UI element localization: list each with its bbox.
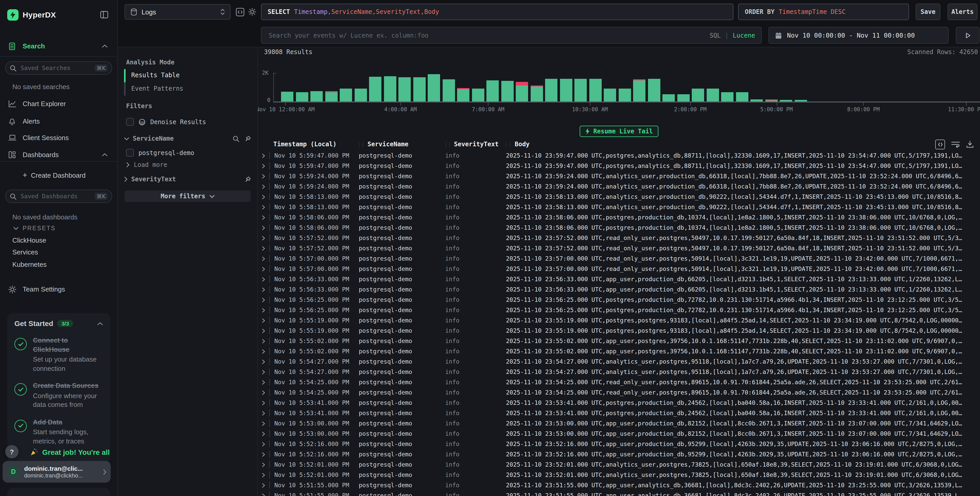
alerts-button[interactable]: Alerts [948, 3, 977, 20]
pin-icon[interactable] [245, 176, 251, 183]
histogram-bar[interactable] [545, 79, 557, 102]
more-filters-button[interactable]: More filters [124, 191, 251, 202]
histogram-bar[interactable] [589, 79, 601, 102]
column-drag-handle[interactable]: ⋮⋮ [504, 141, 511, 147]
sidebar-item-client-sessions[interactable]: Client Sessions [0, 131, 117, 145]
pin-icon[interactable] [245, 135, 251, 142]
table-row[interactable]: Nov 10 5:55:19.000 PM postgresql-demo in… [258, 325, 980, 336]
wrap-lines-icon[interactable] [951, 140, 960, 148]
expand-row-icon[interactable] [258, 493, 269, 496]
table-row[interactable]: Nov 10 5:56:33.000 PM postgresql-demo in… [258, 274, 980, 284]
header-timestamp[interactable]: Timestamp (Local) [269, 140, 355, 148]
table-row[interactable]: Nov 10 5:57:00.000 PM postgresql-demo in… [258, 254, 980, 264]
mode-results-table[interactable]: Results Table [131, 72, 180, 79]
table-row[interactable]: Nov 10 5:57:52.000 PM postgresql-demo in… [258, 243, 980, 254]
expand-row-icon[interactable] [258, 215, 269, 220]
expand-row-icon[interactable] [258, 452, 269, 456]
table-row[interactable]: Nov 10 5:55:19.000 PM postgresql-demo in… [258, 315, 980, 325]
histogram-bar[interactable] [706, 89, 719, 102]
header-body[interactable]: ⋮⋮Body [502, 140, 980, 148]
table-row[interactable]: Nov 10 5:54:27.000 PM postgresql-demo in… [258, 367, 980, 377]
denoise-results-option[interactable]: Denoise Results [126, 118, 206, 126]
table-row[interactable]: Nov 10 5:54:25.000 PM postgresql-demo in… [258, 388, 980, 398]
expand-row-icon[interactable] [258, 318, 269, 323]
user-menu[interactable]: D dominic.tran@clic... dominic.tran@clic… [3, 461, 111, 483]
preset-clickhouse[interactable]: ClickHouse [12, 236, 46, 244]
expand-row-icon[interactable] [258, 308, 269, 313]
expand-row-icon[interactable] [258, 195, 269, 199]
presets-toggle[interactable]: PRESETS [13, 225, 56, 231]
table-row[interactable]: Nov 10 5:56:25.000 PM postgresql-demo in… [258, 305, 980, 315]
event-search-input[interactable] [268, 31, 705, 40]
expand-row-icon[interactable] [258, 246, 269, 250]
preset-kubernetes[interactable]: Kubernetes [12, 261, 46, 268]
expand-row-icon[interactable] [258, 442, 269, 446]
filter-group-severitytext[interactable]: SeverityText [124, 175, 251, 183]
sidebar-item-dashboards[interactable]: Dashboards [0, 148, 117, 162]
table-row[interactable]: Nov 10 5:55:02.000 PM postgresql-demo in… [258, 346, 980, 356]
histogram-bar[interactable] [574, 79, 587, 102]
expand-row-icon[interactable] [258, 390, 269, 395]
histogram-bar[interactable] [325, 91, 337, 102]
table-row[interactable]: Nov 10 5:52:16.000 PM postgresql-demo in… [258, 439, 980, 449]
orderby-clause-input[interactable]: ORDER BY TimestampTime DESC [738, 3, 909, 20]
table-row[interactable]: Nov 10 5:53:00.000 PM postgresql-demo in… [258, 418, 980, 429]
expand-row-icon[interactable] [258, 287, 269, 292]
get-started-step[interactable]: Create Data Sources Configure where your… [14, 381, 103, 409]
expand-row-icon[interactable] [258, 256, 269, 261]
table-row[interactable]: Nov 10 5:59:24.000 PM postgresql-demo in… [258, 181, 980, 191]
expand-row-icon[interactable] [258, 411, 269, 415]
download-icon[interactable] [966, 140, 974, 148]
select-clause-input[interactable]: SELECT Timestamp,ServiceName,SeverityTex… [261, 3, 733, 20]
chevron-up-icon[interactable] [102, 153, 108, 156]
saved-dashboards-search[interactable]: ⌘K [5, 190, 112, 203]
table-row[interactable]: Nov 10 5:54:25.000 PM postgresql-demo in… [258, 377, 980, 388]
chevron-up-icon[interactable] [97, 322, 103, 325]
histogram-bar[interactable] [369, 77, 382, 102]
help-button[interactable]: ? [5, 445, 19, 458]
expand-row-icon[interactable] [258, 359, 269, 364]
mode-event-patterns[interactable]: Event Patterns [131, 85, 183, 92]
create-dashboard-button[interactable]: + Create Dashboard [0, 169, 117, 182]
histogram-bar[interactable] [751, 99, 763, 102]
table-row[interactable]: Nov 10 5:59:47.000 PM postgresql-demo in… [258, 150, 980, 161]
histogram-bar[interactable] [530, 86, 543, 102]
histogram-bar[interactable] [398, 77, 411, 102]
histogram-bar[interactable] [765, 99, 778, 102]
expand-row-icon[interactable] [258, 153, 269, 158]
table-row[interactable]: Nov 10 5:54:27.000 PM postgresql-demo in… [258, 356, 980, 367]
table-row[interactable]: Nov 10 5:51:55.000 PM postgresql-demo in… [258, 490, 980, 496]
table-row[interactable]: Nov 10 5:52:01.000 PM postgresql-demo in… [258, 459, 980, 470]
table-row[interactable]: Nov 10 5:56:25.000 PM postgresql-demo in… [258, 295, 980, 305]
table-row[interactable]: Nov 10 5:57:00.000 PM postgresql-demo in… [258, 264, 980, 274]
expand-row-icon[interactable] [258, 297, 269, 302]
histogram-bar[interactable] [736, 92, 748, 102]
histogram-bar[interactable] [721, 92, 733, 102]
expand-row-icon[interactable] [258, 266, 269, 271]
expand-row-icon[interactable] [258, 370, 269, 374]
histogram-bar[interactable] [442, 79, 455, 102]
source-select[interactable]: Logs [124, 4, 231, 19]
expand-row-icon[interactable] [258, 380, 269, 384]
hyperdx-logo-icon[interactable] [7, 9, 19, 21]
language-toggle-sql[interactable]: SQL [710, 32, 721, 39]
histogram-bar[interactable] [648, 79, 660, 102]
histogram-bar[interactable] [501, 81, 514, 102]
expand-row-icon[interactable] [258, 483, 269, 488]
date-range-picker[interactable]: Nov 10 00:00:00 - Nov 11 00:00:00 [768, 27, 948, 44]
histogram-bar[interactable] [472, 89, 484, 102]
histogram-bar[interactable] [633, 79, 646, 102]
filter-option-postgresql-demo[interactable]: postgresql-demo [126, 149, 194, 156]
filter-group-servicename[interactable]: ServiceName [124, 135, 251, 142]
code-view-icon[interactable] [935, 139, 945, 149]
histogram-bar[interactable] [296, 92, 308, 102]
code-view-button[interactable] [235, 7, 245, 16]
expand-row-icon[interactable] [258, 431, 269, 436]
sidebar-item-team-settings[interactable]: Team Settings [0, 283, 117, 296]
table-row[interactable]: Nov 10 5:59:47.000 PM postgresql-demo in… [258, 161, 980, 171]
event-search-bar[interactable]: SQL | Lucene [261, 27, 762, 44]
header-severitytext[interactable]: ⋮⋮SeverityText [441, 140, 502, 148]
histogram-bar[interactable] [619, 89, 631, 102]
query-settings-gear-icon[interactable] [248, 7, 257, 16]
header-servicename[interactable]: ⋮⋮ServiceName [355, 140, 441, 148]
